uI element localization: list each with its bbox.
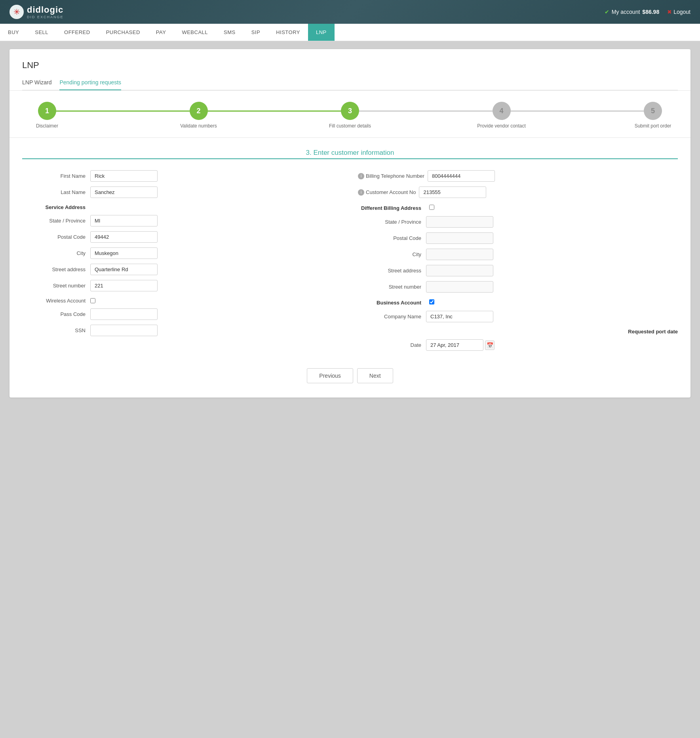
step-2-label: Validate numbers (180, 123, 217, 129)
street-number-label: Street number (22, 283, 86, 289)
last-name-row: Last Name (22, 186, 342, 198)
date-input[interactable] (426, 339, 483, 351)
last-name-input[interactable] (90, 186, 158, 198)
service-address-row: Service Address (22, 204, 342, 210)
step-4-label: Provide vendor contact (477, 123, 526, 129)
step-5-label: Submit port order (635, 123, 671, 129)
step-line-3 (359, 110, 493, 112)
nav-sip[interactable]: SIP (243, 24, 268, 41)
logo-sub: DID EXCHANGE (27, 15, 64, 19)
service-address-label: Service Address (22, 204, 86, 210)
billing-state-label: State / Province (358, 219, 421, 225)
account-balance: $86.98 (642, 9, 659, 15)
nav-pay[interactable]: PAY (148, 24, 174, 41)
state-input[interactable] (90, 215, 158, 226)
billing-state-input[interactable] (426, 216, 493, 228)
billing-postal-input[interactable] (426, 232, 493, 244)
billing-state-row: State / Province (358, 216, 678, 228)
card: LNP LNP Wizard Pending porting requests … (10, 49, 690, 398)
form-col-left: First Name Last Name Service Address Sta… (22, 170, 342, 356)
street-address-input[interactable] (90, 264, 158, 275)
last-name-label: Last Name (22, 189, 86, 195)
step-1-circle: 1 (38, 102, 56, 120)
billing-street-row: Street address (358, 265, 678, 276)
ssn-label: SSN (22, 327, 86, 333)
tab-pending-porting[interactable]: Pending porting requests (59, 77, 121, 90)
billing-street-label: Street address (358, 268, 421, 274)
calendar-icon[interactable]: 📅 (485, 340, 495, 350)
business-account-checkbox[interactable] (429, 299, 434, 304)
step-1: 1 Disclaimer (38, 102, 56, 120)
date-row: Date 📅 (358, 339, 678, 351)
tab-lnp-wizard[interactable]: LNP Wizard (22, 77, 51, 90)
date-input-wrap: 📅 (426, 339, 495, 351)
step-3-label: Fill customer details (329, 123, 371, 129)
account-label: My account (612, 9, 640, 15)
nav-offered[interactable]: OFFERED (56, 24, 98, 41)
step-5-circle: 5 (644, 102, 662, 120)
billing-city-input[interactable] (426, 249, 493, 260)
step-line-2 (207, 110, 342, 112)
x-icon: ✖ (667, 9, 672, 15)
passcode-label: Pass Code (22, 311, 86, 317)
first-name-input[interactable] (90, 170, 158, 182)
nav-sms[interactable]: SMS (216, 24, 243, 41)
company-name-label: Company Name (358, 314, 421, 320)
step-2: 2 Validate numbers (190, 102, 208, 120)
company-name-row: Company Name (358, 311, 678, 322)
state-label: State / Province (22, 218, 86, 224)
street-number-input[interactable] (90, 280, 158, 291)
form-grid: First Name Last Name Service Address Sta… (22, 170, 678, 356)
logo-star-icon: ✳ (10, 5, 24, 19)
logout-label: Logout (673, 9, 690, 15)
nav-lnp[interactable]: LNP (308, 24, 335, 41)
billing-postal-row: Postal Code (358, 232, 678, 244)
account-info: ✔ My account $86.98 (605, 9, 659, 15)
main-content: LNP LNP Wizard Pending porting requests … (0, 41, 700, 405)
business-account-label: Business Account (358, 300, 421, 306)
postal-input[interactable] (90, 231, 158, 243)
next-button[interactable]: Next (357, 368, 393, 383)
ssn-row: SSN (22, 325, 342, 336)
billing-street-num-input[interactable] (426, 281, 493, 293)
date-label: Date (358, 342, 421, 348)
billing-street-input[interactable] (426, 265, 493, 276)
page-title: LNP (22, 60, 678, 70)
step-3: 3 Fill customer details (341, 102, 359, 120)
nav-history[interactable]: HISTORY (268, 24, 308, 41)
section-title: 3. Enter customer information (22, 149, 678, 159)
logo-name: didlogic (27, 5, 64, 15)
nav-purchased[interactable]: PURCHASED (98, 24, 148, 41)
nav-webcall[interactable]: WEBCALL (174, 24, 216, 41)
company-name-input[interactable] (426, 311, 493, 322)
nav: BUY SELL OFFERED PURCHASED PAY WEBCALL S… (0, 24, 700, 41)
passcode-input[interactable] (90, 308, 158, 320)
wireless-checkbox[interactable] (90, 298, 95, 303)
wizard-steps: 1 Disclaimer 2 Validate numbers 3 Fill c… (22, 91, 678, 128)
customer-account-input[interactable] (419, 186, 486, 198)
billing-tel-info-icon: i (358, 173, 364, 179)
billing-city-row: City (358, 249, 678, 260)
diff-billing-row: Different Billing Address (358, 204, 678, 211)
form-section: 3. Enter customer information First Name… (22, 138, 678, 386)
nav-buy[interactable]: BUY (0, 24, 27, 41)
logo: ✳ didlogic DID EXCHANGE (10, 5, 64, 19)
billing-tel-label: Billing Telephone Number (366, 173, 424, 179)
previous-button[interactable]: Previous (307, 368, 353, 383)
street-address-label: Street address (22, 266, 86, 272)
step-5: 5 Submit port order (644, 102, 662, 120)
city-label: City (22, 250, 86, 256)
logo-text: didlogic DID EXCHANGE (27, 5, 64, 19)
header-right: ✔ My account $86.98 ✖ Logout (605, 9, 690, 15)
city-input[interactable] (90, 247, 158, 259)
step-line-4 (510, 110, 645, 112)
customer-account-info-icon: i (358, 189, 364, 196)
street-address-row: Street address (22, 264, 342, 275)
port-date-section-row: Requested port date (358, 329, 678, 335)
logout-button[interactable]: ✖ Logout (667, 9, 690, 15)
diff-billing-checkbox[interactable] (429, 205, 434, 210)
billing-tel-input[interactable] (428, 170, 495, 182)
buttons-row: Previous Next (22, 368, 678, 386)
ssn-input[interactable] (90, 325, 158, 336)
nav-sell[interactable]: SELL (27, 24, 56, 41)
